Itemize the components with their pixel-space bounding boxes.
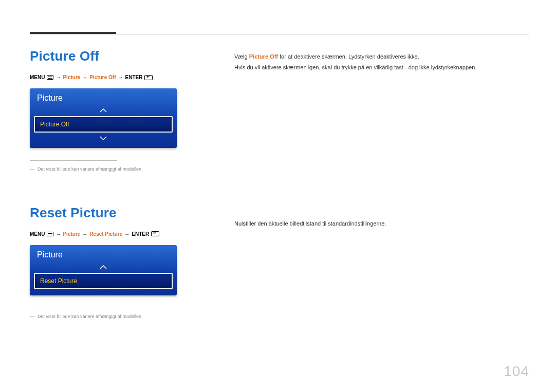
chevron-up-row xyxy=(30,106,177,115)
chevron-down-row xyxy=(30,134,177,143)
dash-icon: ― xyxy=(30,166,34,173)
breadcrumb-picture-label: Picture xyxy=(63,231,80,237)
chevron-up-icon xyxy=(99,265,107,270)
body-paragraph: Vælg Picture Off for at deaktivere skærm… xyxy=(234,52,529,61)
left-column: Picture Off MENU → Picture → Picture Off… xyxy=(30,48,203,320)
osd-selected-item: Picture Off xyxy=(34,116,173,133)
osd-menu-picture-off: Picture Picture Off xyxy=(30,88,177,148)
footnote-text: Det viste billede kan variere afhængigt … xyxy=(38,166,143,173)
breadcrumb-reset-picture: MENU → Picture → Reset Picture → ENTER xyxy=(30,231,203,237)
menu-icon xyxy=(47,75,53,80)
breadcrumb-menu-label: MENU xyxy=(30,74,45,80)
arrow-icon: → xyxy=(55,74,61,80)
arrow-icon: → xyxy=(55,231,61,237)
breadcrumb-picture-label: Picture xyxy=(63,74,80,80)
breadcrumb-enter-label: ENTER xyxy=(125,74,142,80)
osd-menu-header: Picture xyxy=(30,88,177,106)
page-number: 104 xyxy=(504,363,529,380)
body-paragraph: Hvis du vil aktivere skærmen igen, skal … xyxy=(234,63,529,72)
note-divider xyxy=(30,308,117,308)
footnote-text: Det viste billede kan variere afhængigt … xyxy=(38,313,143,321)
enter-icon xyxy=(144,75,153,80)
section-gap xyxy=(30,173,203,205)
breadcrumb-picture-off-label: Picture Off xyxy=(89,74,116,80)
breadcrumb-picture-off: MENU → Picture → Picture Off → ENTER xyxy=(30,74,203,80)
section-title-picture-off: Picture Off xyxy=(30,48,203,64)
right-column: Vælg Picture Off for at deaktivere skærm… xyxy=(234,48,529,320)
page: Picture Off MENU → Picture → Picture Off… xyxy=(0,0,555,392)
arrow-icon: → xyxy=(82,74,87,80)
body-paragraph: Nulstiller den aktuelle billedtilstand t… xyxy=(234,219,529,228)
arrow-icon: → xyxy=(82,231,87,237)
body-text-bold: Picture Off xyxy=(249,53,278,60)
enter-icon xyxy=(151,231,159,236)
content-columns: Picture Off MENU → Picture → Picture Off… xyxy=(30,48,529,320)
spacer xyxy=(234,74,529,219)
section-title-reset-picture: Reset Picture xyxy=(30,205,203,221)
arrow-icon: → xyxy=(118,74,123,80)
osd-menu-header: Picture xyxy=(30,245,177,263)
osd-selected-item: Reset Picture xyxy=(34,273,173,289)
osd-menu-reset-picture: Picture Reset Picture xyxy=(30,245,177,295)
footnote: ― Det viste billede kan variere afhængig… xyxy=(30,166,203,173)
breadcrumb-enter-label: ENTER xyxy=(132,231,149,237)
menu-icon xyxy=(47,232,53,236)
chevron-up-icon xyxy=(99,108,107,113)
chevron-down-icon xyxy=(99,136,107,141)
body-text-pre: Vælg xyxy=(234,53,249,60)
body-text-post: for at deaktivere skærmen. Lydstyrken de… xyxy=(278,53,419,60)
chevron-up-row xyxy=(30,263,177,272)
footnote: ― Det viste billede kan variere afhængig… xyxy=(30,313,203,321)
breadcrumb-reset-picture-label: Reset Picture xyxy=(89,231,122,237)
dash-icon: ― xyxy=(30,313,34,321)
note-divider xyxy=(30,160,117,161)
breadcrumb-menu-label: MENU xyxy=(30,231,45,237)
arrow-icon: → xyxy=(124,231,130,237)
header-divider xyxy=(30,34,529,34)
